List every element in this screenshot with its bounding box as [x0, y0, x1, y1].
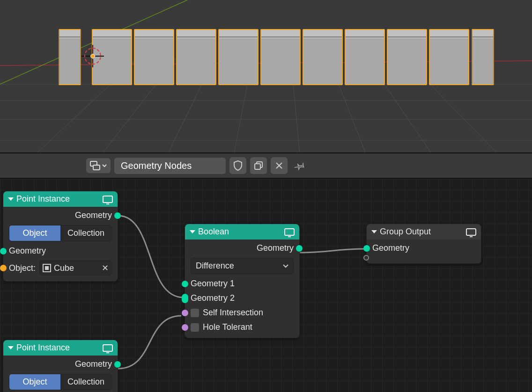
object-value: Cube [54, 263, 74, 273]
socket-in-geometry[interactable]: Geometry [372, 243, 475, 253]
chevron-down-icon [102, 163, 107, 168]
preview-toggle-icon[interactable] [466, 228, 476, 236]
socket-out-geometry[interactable]: Geometry [9, 359, 112, 369]
seg-object[interactable]: Object [9, 225, 60, 241]
object-picker[interactable]: Cube ✕ [39, 261, 112, 276]
checkbox[interactable] [191, 309, 199, 317]
node-header[interactable]: Point Instance [3, 191, 118, 207]
nodetree-name-input[interactable]: Geometry Nodes [114, 158, 226, 174]
checkbox[interactable] [191, 323, 199, 332]
unlink-nodetree-button[interactable] [271, 157, 288, 174]
socket-out-geometry[interactable]: Geometry [9, 211, 112, 220]
node-title: Point Instance [16, 194, 70, 204]
shield-fakeuser-button[interactable] [229, 157, 246, 174]
node-title: Boolean [198, 227, 229, 237]
node-boolean[interactable]: Boolean Geometry Difference Geometry 1 G… [185, 224, 300, 338]
svg-rect-17 [255, 164, 260, 169]
socket-in-hole-tolerant[interactable]: Hole Tolerant [191, 322, 294, 332]
seg-collection[interactable]: Collection [60, 225, 111, 241]
seg-collection[interactable]: Collection [60, 374, 111, 390]
node-header[interactable]: Point Instance [3, 340, 118, 356]
node-title: Group Output [380, 227, 431, 237]
node-title: Point Instance [16, 343, 70, 353]
boolean-mode-dropdown[interactable]: Difference [191, 258, 294, 274]
pin-button[interactable] [291, 157, 308, 174]
collapse-triangle-icon[interactable] [371, 230, 377, 233]
collapse-triangle-icon[interactable] [8, 346, 14, 349]
node-group-output[interactable]: Group Output Geometry [366, 224, 481, 264]
collapse-triangle-icon[interactable] [8, 197, 14, 201]
socket-in-geometry-2[interactable]: Geometry 2 [191, 293, 294, 303]
mesh-data-icon [43, 264, 51, 272]
instance-type-segmented[interactable]: Object Collection [9, 374, 112, 390]
preview-toggle-icon[interactable] [103, 344, 113, 352]
chevron-down-icon [283, 264, 288, 269]
node-header[interactable]: Group Output [367, 224, 481, 240]
instance-type-segmented[interactable]: Object Collection [9, 225, 112, 241]
socket-out-geometry[interactable]: Geometry [191, 243, 294, 253]
collapse-triangle-icon[interactable] [190, 230, 195, 233]
node-point-instance-2[interactable]: Point Instance Geometry Object Collectio… [3, 340, 118, 392]
node-editor-header: Geometry Nodes [0, 152, 532, 179]
seg-object[interactable]: Object [9, 374, 60, 390]
socket-in-self-intersection[interactable]: Self Intersection [191, 308, 294, 318]
svg-rect-15 [93, 165, 100, 170]
viewport-3d[interactable] [0, 0, 532, 152]
socket-in-geometry-1[interactable]: Geometry 1 [191, 279, 294, 289]
node-point-instance-1[interactable]: Point Instance Geometry Object Collectio… [3, 191, 118, 282]
socket-in-object[interactable]: Object: Cube ✕ [9, 261, 112, 276]
cube-instances [58, 29, 503, 85]
socket-in-geometry[interactable]: Geometry [9, 246, 112, 256]
node-header[interactable]: Boolean [185, 224, 299, 240]
duplicate-nodetree-button[interactable] [250, 157, 267, 174]
browse-nodetree-button[interactable] [86, 158, 111, 173]
preview-toggle-icon[interactable] [103, 196, 113, 203]
clear-object-button[interactable]: ✕ [102, 263, 109, 273]
node-editor-canvas[interactable]: Point Instance Geometry Object Collectio… [0, 179, 532, 392]
preview-toggle-icon[interactable] [284, 228, 295, 236]
